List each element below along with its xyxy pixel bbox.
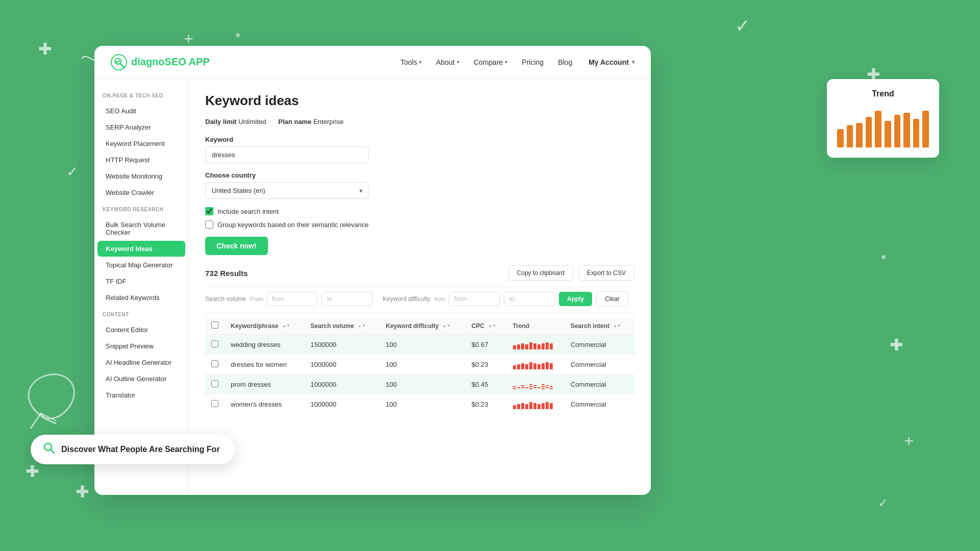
nav-tools[interactable]: Tools ▾ [400,58,422,66]
row-checkbox[interactable] [211,380,218,387]
deco-cross-4: ✚ [26,463,39,480]
trend-mini-bar [529,402,532,409]
search-widget-icon [43,442,55,457]
sidebar-item-snippet-preview[interactable]: Snippet Preview [97,338,185,354]
sidebar-item-website-monitoring[interactable]: Website Monitoring [97,168,185,184]
th-keyword: Keyword/phrase ▲▼ [225,317,304,335]
sidebar-item-keyword-ideas[interactable]: Keyword Ideas [97,241,185,257]
intent-sort[interactable]: ▲▼ [613,324,621,328]
difficulty-sort[interactable]: ▲▼ [443,324,451,328]
deco-swirl [15,357,97,439]
cell-keyword: prom dresses [225,374,304,394]
trend-chart-bar [866,117,872,147]
sidebar-item-tfidf[interactable]: TF IDF [97,273,185,289]
row-checkbox[interactable] [211,400,218,407]
filter-row: Search volume From Keyword difficulty fr… [205,287,634,313]
logo-icon [111,54,127,70]
cell-difficulty: 100 [380,394,465,414]
nav-compare[interactable]: Compare ▾ [474,58,508,66]
group-keywords-row: Group keywords based on their semantic r… [205,220,634,229]
trend-mini-bar [513,365,516,369]
keyword-sort[interactable]: ▲▼ [282,324,290,328]
kd-from-input[interactable] [449,292,500,306]
search-volume-to-input[interactable] [322,292,373,306]
kd-from-group: from [434,292,500,306]
filter-clear-button[interactable]: Clear [596,291,628,307]
kd-to-input[interactable] [504,292,555,306]
sidebar-section-content: CONTENT [94,312,188,321]
keyword-difficulty-filter-label: Keyword difficulty [383,295,430,303]
sidebar-item-seo-audit[interactable]: SEO Audit [97,103,185,119]
sidebar-item-bulk-search[interactable]: Bulk Search Volume Checker [97,217,185,240]
deco-check-2: ✓ [66,163,78,180]
sidebar-item-ai-headline[interactable]: AI Headline Generator [97,355,185,370]
copy-clipboard-button[interactable]: Copy to clipboard [508,265,573,281]
search-volume-from-input[interactable] [266,292,317,306]
search-volume-from-group: From [250,292,317,306]
cell-intent: Commercial [565,374,634,394]
cell-trend [507,374,565,394]
sidebar-item-ai-outline[interactable]: AI Outline Generator [97,371,185,387]
cell-intent: Commercial [565,394,634,414]
trend-card-title: Trend [837,89,929,98]
main-content: Keyword ideas Daily limit Unlimited Plan… [189,79,651,495]
trend-chart-bar [885,121,891,147]
trend-mini-bar [533,363,536,369]
table-header: Keyword/phrase ▲▼ Search volume ▲▼ Keywo… [205,317,634,335]
trend-mini-bar [521,403,524,409]
cell-difficulty: 100 [380,335,465,355]
select-all-checkbox[interactable] [211,321,218,329]
page-title: Keyword ideas [205,93,634,109]
trend-mini-bar [529,362,532,369]
plan-name-info: Plan name Enterprise [278,118,344,126]
deco-cross-7: + [904,433,914,449]
nav-blog[interactable]: Blog [558,58,572,66]
trend-chart-bar [913,119,920,147]
cell-difficulty: 100 [380,355,465,374]
nav-pricing[interactable]: Pricing [522,58,544,66]
trend-mini-bar [546,362,549,369]
trend-mini-bar [533,385,536,389]
sidebar-item-keyword-placement[interactable]: Keyword Placement [97,136,185,152]
trend-mini-bar [517,404,520,409]
volume-sort[interactable]: ▲▼ [358,324,366,328]
table-body: wedding dresses1500000100$0.67Commercial… [205,335,634,414]
trend-mini-bar [529,342,532,349]
my-account-button[interactable]: My Account ▾ [589,58,634,66]
top-nav: diagnoSEO APP Tools ▾ About ▾ Compare ▾ … [94,46,651,79]
daily-limit-info: Daily limit Unlimited [205,118,266,126]
include-search-intent-checkbox[interactable] [205,207,213,215]
cell-volume: 1000000 [304,374,379,394]
sidebar-item-content-editor[interactable]: Content Editor [97,322,185,338]
group-keywords-checkbox[interactable] [205,220,213,229]
trend-chart-bar [922,111,929,147]
keyword-input[interactable] [205,146,369,163]
sidebar-item-related-keywords[interactable]: Related Keywords [97,290,185,306]
sidebar-item-serp-analyzer[interactable]: SERP Analyzer [97,119,185,135]
sidebar-item-topical-map[interactable]: Topical Map Generator [97,257,185,273]
country-select[interactable]: United States (en) United Kingdom (en) C… [205,182,369,199]
row-checkbox[interactable] [211,340,218,347]
include-search-intent-row: Include search intent [205,207,634,215]
results-count: 732 Results [205,269,248,278]
sidebar-item-http-request[interactable]: HTTP Request [97,152,185,168]
cell-cpc: $0.23 [465,355,507,374]
keyword-label: Keyword [205,136,634,143]
nav-about[interactable]: About ▾ [436,58,459,66]
sidebar: ON-PAGE & TECH SEO SEO Audit SERP Analyz… [94,79,189,495]
filter-apply-button[interactable]: Apply [559,292,592,306]
check-now-button[interactable]: Check now! [205,237,268,255]
deco-check-3: ✓ [878,496,888,510]
trend-chart [837,107,929,147]
sidebar-item-website-crawler[interactable]: Website Crawler [97,185,185,201]
sidebar-item-translator[interactable]: Translator [97,387,185,403]
trend-mini-bar [529,384,532,389]
trend-mini-bar [550,343,553,349]
trend-mini-bar [546,385,549,389]
group-keywords-label: Group keywords based on their semantic r… [217,221,369,229]
row-checkbox[interactable] [211,360,218,367]
trend-chart-bar [856,123,863,147]
nav-links: Tools ▾ About ▾ Compare ▾ Pricing Blog [400,58,572,66]
cpc-sort[interactable]: ▲▼ [488,324,497,328]
export-csv-button[interactable]: Export to CSV [578,265,634,281]
